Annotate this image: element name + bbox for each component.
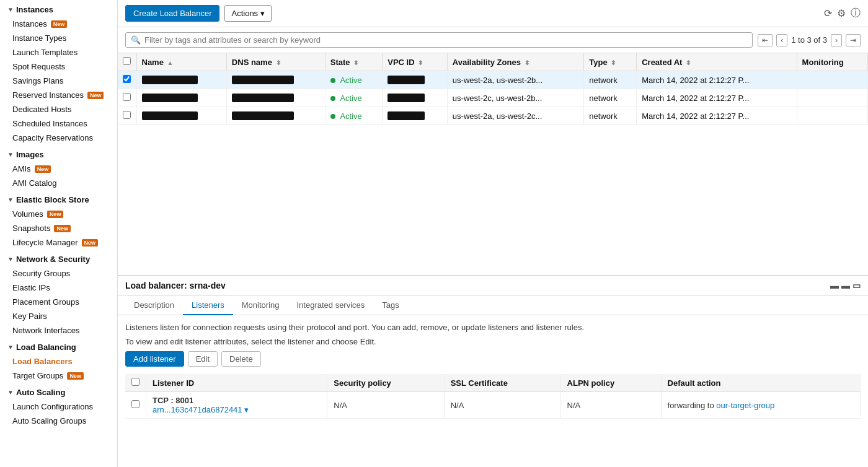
sidebar-item-snapshots[interactable]: Snapshots New [0,221,117,235]
help-icon[interactable]: ⓘ [851,7,861,20]
row-checkbox-cell[interactable] [118,89,136,107]
search-container: 🔍 [125,32,753,48]
sidebar-item-launch-templates[interactable]: Launch Templates [0,45,117,59]
sidebar-section-network[interactable]: ▼ Network & Security [0,250,117,266]
search-input[interactable] [144,35,747,45]
row-checkbox-cell[interactable] [118,71,136,89]
select-all-checkbox[interactable] [123,57,131,65]
sidebar-item-amis[interactable]: AMIs New [0,162,117,176]
detail-icon-3[interactable]: ▭ [852,281,861,290]
sidebar-section-ebs[interactable]: ▼ Elastic Block Store [0,190,117,207]
sidebar-item-instance-types[interactable]: Instance Types [0,31,117,45]
listener-row-ssl: N/A [444,392,560,419]
sidebar-item-capacity-reservations[interactable]: Capacity Reservations [0,131,117,145]
listener-row-checkbox[interactable] [131,400,140,408]
col-header-state[interactable]: State ⬍ [325,53,382,71]
sidebar-item-placement-groups[interactable]: Placement Groups [0,295,117,309]
add-listener-button[interactable]: Add listener [125,351,184,367]
sidebar-item-ami-catalog[interactable]: AMI Catalog [0,176,117,190]
search-icon: 🔍 [131,35,141,45]
main-content: Create Load Balancer Actions ▾ ⟳ ⚙ ⓘ 🔍 ⇤… [118,0,868,467]
listener-col-id: Listener ID [146,374,327,392]
sort-icon: ⬍ [686,59,691,66]
col-header-created[interactable]: Created At ⬍ [637,53,797,71]
row-created: March 14, 2022 at 2:12:27 P... [637,89,797,107]
sidebar-item-key-pairs[interactable]: Key Pairs [0,309,117,323]
sidebar-item-load-balancers[interactable]: Load Balancers [0,354,117,369]
sidebar-item-launch-configurations[interactable]: Launch Configurations [0,399,117,414]
page-first-button[interactable]: ⇤ [758,34,773,46]
listener-select-all[interactable] [131,378,140,386]
row-checkbox[interactable] [123,111,131,119]
col-header-type[interactable]: Type ⬍ [584,53,637,71]
col-header-vpc[interactable]: VPC ID ⬍ [383,53,448,71]
target-group-link[interactable]: our-target-group [716,401,774,410]
badge-new-reserved: New [87,92,104,99]
sidebar-item-spot-requests[interactable]: Spot Requests [0,59,117,74]
row-type: network [584,107,637,125]
sidebar-item-instances[interactable]: Instances New [0,17,117,31]
sidebar-section-lb[interactable]: ▼ Load Balancing [0,338,117,354]
col-header-name[interactable]: Name ▲ [136,53,226,71]
listener-header-checkbox[interactable] [125,374,146,392]
edit-listener-button[interactable]: Edit [188,351,218,367]
table-header-checkbox[interactable] [118,53,136,71]
chevron-down-icon: ▼ [7,344,14,351]
listener-col-action: Default action [661,374,860,392]
sidebar-item-dedicated-hosts[interactable]: Dedicated Hosts [0,102,117,116]
table-row[interactable]: Active us-west-2a, us-west-2c... network… [118,107,868,125]
sidebar-item-reserved-instances[interactable]: Reserved Instances New [0,88,117,102]
detail-header-icons: ▬ ▬ ▭ [830,281,861,290]
create-load-balancer-button[interactable]: Create Load Balancer [125,5,219,22]
chevron-down-icon: ▼ [7,196,14,203]
sidebar-item-lifecycle-manager[interactable]: Lifecycle Manager New [0,235,117,250]
sidebar-section-instances[interactable]: ▼ Instances [0,0,117,17]
row-vpc [383,71,448,89]
row-created: March 14, 2022 at 2:12:27 P... [637,107,797,125]
col-header-az[interactable]: Availability Zones ⬍ [447,53,583,71]
sidebar-item-target-groups[interactable]: Target Groups New [0,369,117,383]
page-prev-button[interactable]: ‹ [776,34,787,46]
tab-listeners[interactable]: Listeners [183,296,233,315]
badge-new-volumes: New [47,211,64,218]
sidebar-item-network-interfaces[interactable]: Network Interfaces [0,323,117,338]
sort-icon: ⬍ [418,59,423,66]
page-next-button[interactable]: › [831,34,842,46]
tab-monitoring[interactable]: Monitoring [233,296,288,315]
tab-tags[interactable]: Tags [373,296,407,315]
detail-icon-1[interactable]: ▬ [830,281,839,290]
listener-row[interactable]: TCP : 8001 arn...163c471da6872441 ▾ N/A … [125,392,861,419]
settings-icon[interactable]: ⚙ [837,7,846,19]
row-az: us-west-2a, us-west-2b... [447,71,583,89]
listener-row-id: TCP : 8001 arn...163c471da6872441 ▾ [146,392,327,419]
listener-row-checkbox-cell[interactable] [125,392,146,419]
tab-description[interactable]: Description [125,296,183,315]
sidebar-item-scheduled-instances[interactable]: Scheduled Instances [0,116,117,131]
sidebar-item-volumes[interactable]: Volumes New [0,207,117,221]
sort-icon: ▲ [167,59,174,66]
table-row[interactable]: Active us-west-2c, us-west-2b... network… [118,89,868,107]
chevron-down-icon: ▼ [7,256,14,263]
page-last-button[interactable]: ⇥ [846,34,861,46]
sidebar-item-security-groups[interactable]: Security Groups [0,266,117,281]
row-checkbox[interactable] [123,75,131,83]
delete-listener-button[interactable]: Delete [221,351,261,367]
actions-button[interactable]: Actions ▾ [224,5,272,22]
col-header-dns[interactable]: DNS name ⬍ [226,53,325,71]
status-dot [330,78,335,83]
row-checkbox-cell[interactable] [118,107,136,125]
refresh-icon[interactable]: ⟳ [824,7,832,19]
detail-icon-2[interactable]: ▬ [841,281,850,290]
sidebar-section-autoscaling[interactable]: ▼ Auto Scaling [0,383,117,399]
row-type: network [584,89,637,107]
sidebar-section-images[interactable]: ▼ Images [0,145,117,162]
sidebar-item-auto-scaling-groups[interactable]: Auto Scaling Groups [0,414,117,428]
sidebar-item-savings-plans[interactable]: Savings Plans [0,74,117,88]
col-header-monitoring[interactable]: Monitoring [797,53,867,71]
row-checkbox[interactable] [123,93,131,101]
badge-new-lifecycle: New [82,239,99,247]
table-row[interactable]: Active us-west-2a, us-west-2b... network… [118,71,868,89]
tab-integrated-services[interactable]: Integrated services [288,296,373,315]
sidebar-item-elastic-ips[interactable]: Elastic IPs [0,281,117,295]
listener-row-security: N/A [327,392,444,419]
